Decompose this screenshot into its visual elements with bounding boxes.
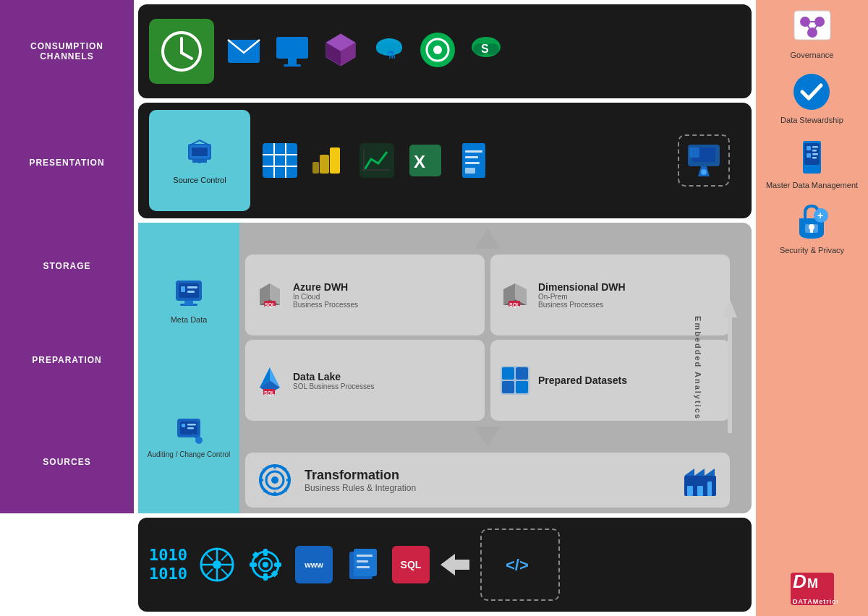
meta-data-icon bbox=[170, 278, 208, 312]
governance-item: Governance bbox=[791, 7, 834, 59]
svg-rect-101 bbox=[252, 552, 260, 559]
svg-rect-68 bbox=[502, 367, 514, 380]
svg-rect-43 bbox=[465, 168, 475, 174]
top-storage-row: SQL Azure DWH In CloudBusiness Processes bbox=[245, 254, 730, 335]
transformation-gear-icon bbox=[256, 461, 294, 499]
svg-marker-77 bbox=[694, 469, 705, 476]
svg-rect-125 bbox=[812, 153, 818, 155]
big-up-arrow bbox=[723, 296, 737, 440]
svg-rect-4 bbox=[276, 37, 308, 59]
auditing-label: Auditing / Change Control bbox=[148, 450, 231, 458]
azure-dwh-text: Azure DWH In CloudBusiness Processes bbox=[293, 281, 358, 309]
svg-rect-79 bbox=[687, 486, 693, 496]
data-lake-box: SQL Data Lake SOL Business Processes bbox=[245, 340, 485, 421]
storage-prep-grid: SQL Azure DWH In CloudBusiness Processes bbox=[239, 223, 752, 513]
svg-rect-69 bbox=[516, 367, 528, 380]
main-container: CONSUMPTIONCHANNELS PRESENTATION STORAGE… bbox=[0, 0, 868, 616]
svg-point-47 bbox=[701, 169, 707, 175]
bottom-storage-row: SQL Data Lake SOL Business Processes bbox=[245, 340, 730, 421]
label-consumption: CONSUMPTIONCHANNELS bbox=[0, 0, 134, 103]
data-lake-text: Data Lake SOL Business Processes bbox=[293, 371, 374, 390]
data-stewardship-icon bbox=[792, 72, 832, 112]
sql-source-icon: SQL bbox=[392, 546, 430, 583]
green-icon-container bbox=[419, 31, 456, 72]
master-data-icon bbox=[792, 137, 832, 177]
svg-point-74 bbox=[271, 476, 278, 484]
chart-icon bbox=[358, 142, 396, 179]
cloud-ai-icon-container: ⚗ bbox=[370, 31, 408, 72]
governance-icon bbox=[791, 7, 834, 47]
auditing-item: Auditing / Change Control bbox=[148, 413, 231, 458]
powerbi-icon bbox=[310, 142, 347, 179]
svg-line-2 bbox=[182, 53, 192, 59]
storage-prep-row: Meta Data Auditing / Change Control bbox=[138, 223, 752, 513]
svg-marker-108 bbox=[441, 554, 469, 576]
svg-text:D: D bbox=[793, 570, 807, 592]
svg-rect-99 bbox=[250, 562, 257, 567]
data-stewardship-label: Data Stewardship bbox=[780, 116, 843, 124]
transformation-box: Transformation Business Rules & Integrat… bbox=[245, 453, 730, 508]
security-label: Security & Privacy bbox=[780, 246, 844, 254]
svg-line-91 bbox=[221, 569, 229, 576]
svg-rect-26 bbox=[263, 143, 297, 178]
svg-point-60 bbox=[195, 437, 203, 444]
svg-text:S: S bbox=[481, 43, 489, 55]
svg-rect-36 bbox=[363, 149, 365, 171]
svg-rect-126 bbox=[812, 157, 817, 159]
analytics-flask-icon bbox=[685, 142, 723, 179]
governance-title: Governance bbox=[791, 51, 834, 59]
settings-gear-icon bbox=[247, 546, 284, 583]
master-data-label: Master Data Management bbox=[766, 181, 858, 189]
svg-rect-100 bbox=[274, 562, 281, 567]
clock-icon bbox=[149, 19, 214, 84]
label-presentation: PRESENTATION bbox=[0, 103, 134, 223]
presentation-dashed-box bbox=[678, 134, 730, 187]
source-control-panel-presentation: Source Control bbox=[149, 110, 250, 211]
svg-marker-83 bbox=[723, 299, 737, 317]
www-icon: www bbox=[295, 546, 333, 583]
auditing-icon bbox=[171, 413, 206, 448]
left-arrow bbox=[441, 554, 469, 576]
code-icon: </> bbox=[498, 543, 542, 586]
meta-data-item: Meta Data bbox=[170, 278, 208, 324]
arrow-up-shape bbox=[475, 228, 501, 249]
cube-icon bbox=[322, 31, 359, 69]
svg-rect-70 bbox=[502, 381, 514, 393]
dimensional-dwh-icon: SQL bbox=[499, 279, 531, 311]
embedded-analytics-label: Embedded Analytics bbox=[694, 316, 702, 420]
arrow-down-container bbox=[245, 427, 730, 447]
svg-rect-58 bbox=[187, 424, 196, 426]
svg-text:SQL: SQL bbox=[264, 390, 275, 396]
svg-line-90 bbox=[205, 553, 213, 560]
svg-text:+: + bbox=[817, 210, 823, 221]
left-labels: CONSUMPTIONCHANNELS PRESENTATION STORAGE… bbox=[0, 0, 134, 616]
svg-rect-46 bbox=[689, 147, 699, 158]
svg-rect-31 bbox=[330, 147, 340, 174]
svg-text:⚗: ⚗ bbox=[386, 49, 396, 61]
sources-row: 10101010 bbox=[138, 518, 752, 612]
presentation-row: Source Control bbox=[138, 103, 752, 218]
svg-rect-59 bbox=[187, 427, 194, 429]
table-icon bbox=[261, 142, 299, 179]
svg-rect-32 bbox=[320, 155, 329, 174]
svg-rect-80 bbox=[697, 486, 703, 496]
svg-rect-57 bbox=[182, 424, 185, 427]
svg-rect-123 bbox=[812, 146, 818, 148]
azure-dwh-icon: SQL bbox=[254, 279, 286, 311]
svg-rect-54 bbox=[184, 301, 193, 305]
center-content: ⚗ S bbox=[134, 0, 756, 616]
svg-rect-129 bbox=[810, 228, 813, 233]
excel-icon: X bbox=[407, 142, 444, 179]
cube-icon-container bbox=[322, 31, 359, 72]
arrow-down-shape bbox=[475, 427, 501, 447]
monitor-icon bbox=[273, 33, 311, 70]
security-lock-icon: + bbox=[792, 202, 832, 242]
svg-text:SQL: SQL bbox=[509, 302, 520, 308]
email-icon bbox=[225, 33, 263, 70]
data-stewardship-item: Data Stewardship bbox=[780, 72, 843, 124]
svg-rect-33 bbox=[312, 162, 319, 174]
svg-rect-97 bbox=[263, 549, 268, 556]
svg-rect-34 bbox=[359, 143, 394, 178]
svg-rect-98 bbox=[263, 573, 268, 581]
big-arrow-container bbox=[723, 230, 737, 506]
